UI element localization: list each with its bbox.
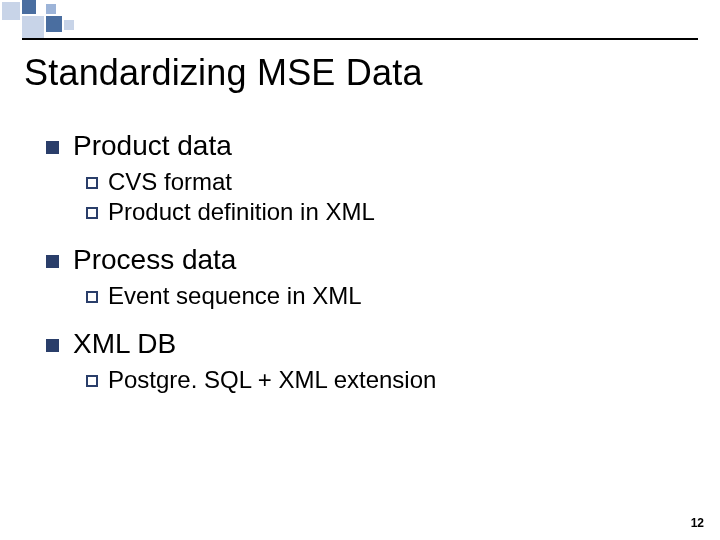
sub-list-item-label: CVS format bbox=[108, 168, 232, 196]
slide-body: Product data CVS format Product definiti… bbox=[46, 130, 686, 398]
bullet-square-icon bbox=[46, 339, 59, 352]
bullet-open-square-icon bbox=[86, 177, 98, 189]
title-underline bbox=[22, 38, 698, 40]
sub-list-item: Product definition in XML bbox=[86, 198, 686, 226]
bullet-open-square-icon bbox=[86, 207, 98, 219]
bullet-square-icon bbox=[46, 141, 59, 154]
list-item: XML DB Postgre. SQL + XML extension bbox=[46, 328, 686, 394]
list-item-label: XML DB bbox=[73, 328, 176, 360]
list-item: Product data CVS format Product definiti… bbox=[46, 130, 686, 226]
sub-list-item: Event sequence in XML bbox=[86, 282, 686, 310]
slide-title: Standardizing MSE Data bbox=[24, 52, 423, 94]
slide-decoration bbox=[0, 0, 720, 40]
sub-list-item-label: Product definition in XML bbox=[108, 198, 375, 226]
list-item: Process data Event sequence in XML bbox=[46, 244, 686, 310]
sub-list-item-label: Postgre. SQL + XML extension bbox=[108, 366, 436, 394]
bullet-open-square-icon bbox=[86, 291, 98, 303]
sub-list-item: Postgre. SQL + XML extension bbox=[86, 366, 686, 394]
sub-list-item-label: Event sequence in XML bbox=[108, 282, 362, 310]
sub-list-item: CVS format bbox=[86, 168, 686, 196]
bullet-square-icon bbox=[46, 255, 59, 268]
bullet-open-square-icon bbox=[86, 375, 98, 387]
page-number: 12 bbox=[691, 516, 704, 530]
list-item-label: Process data bbox=[73, 244, 236, 276]
list-item-label: Product data bbox=[73, 130, 232, 162]
